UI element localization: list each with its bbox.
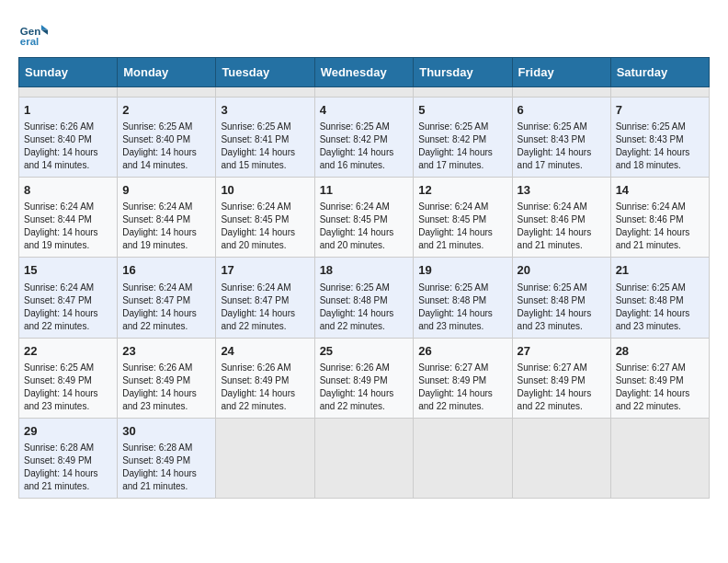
sunrise-text: Sunrise: 6:26 AM: [221, 362, 309, 374]
sunrise-text: Sunrise: 6:27 AM: [616, 362, 704, 374]
calendar-cell: 14Sunrise: 6:24 AMSunset: 8:46 PMDayligh…: [610, 178, 709, 258]
sunrise-text: Sunrise: 6:25 AM: [418, 282, 506, 294]
logo-icon: Gen eral: [18, 18, 48, 48]
day-number: 19: [418, 262, 506, 279]
calendar-cell: 15Sunrise: 6:24 AMSunset: 8:47 PMDayligh…: [19, 258, 118, 338]
calendar-cell: 5Sunrise: 6:25 AMSunset: 8:42 PMDaylight…: [414, 98, 512, 178]
daylight-text: Daylight: 14 hours and 15 minutes.: [221, 146, 309, 172]
sunrise-text: Sunrise: 6:25 AM: [616, 121, 704, 133]
daylight-text: Daylight: 14 hours and 16 minutes.: [320, 146, 409, 172]
sunrise-text: Sunrise: 6:25 AM: [616, 282, 704, 294]
sunset-text: Sunset: 8:45 PM: [221, 213, 309, 226]
daylight-text: Daylight: 14 hours and 22 minutes.: [320, 307, 409, 333]
sunset-text: Sunset: 8:45 PM: [320, 213, 409, 226]
day-number: 21: [616, 262, 704, 279]
day-number: 8: [24, 182, 112, 199]
calendar-cell: 27Sunrise: 6:27 AMSunset: 8:49 PMDayligh…: [512, 338, 610, 418]
sunset-text: Sunset: 8:41 PM: [221, 133, 309, 146]
calendar-cell: 9Sunrise: 6:24 AMSunset: 8:44 PMDaylight…: [118, 178, 216, 258]
daylight-text: Daylight: 14 hours and 14 minutes.: [122, 146, 210, 172]
sunset-text: Sunset: 8:48 PM: [418, 294, 506, 307]
calendar-cell: 4Sunrise: 6:25 AMSunset: 8:42 PMDaylight…: [314, 98, 414, 178]
calendar-cell: 2Sunrise: 6:25 AMSunset: 8:40 PMDaylight…: [118, 98, 216, 178]
sunset-text: Sunset: 8:49 PM: [24, 454, 112, 467]
daylight-text: Daylight: 14 hours and 23 minutes.: [616, 307, 704, 333]
day-number: 29: [24, 423, 112, 440]
daylight-text: Daylight: 14 hours and 22 minutes.: [221, 307, 309, 333]
daylight-text: Daylight: 14 hours and 23 minutes.: [518, 307, 606, 333]
sunset-text: Sunset: 8:47 PM: [24, 294, 112, 307]
daylight-text: Daylight: 14 hours and 22 minutes.: [418, 387, 506, 413]
sunset-text: Sunset: 8:45 PM: [418, 213, 506, 226]
calendar-cell: 29Sunrise: 6:28 AMSunset: 8:49 PMDayligh…: [19, 418, 118, 498]
day-number: 4: [320, 102, 409, 119]
day-number: 6: [518, 102, 606, 119]
sunrise-text: Sunrise: 6:25 AM: [518, 121, 606, 133]
sunset-text: Sunset: 8:42 PM: [320, 133, 409, 146]
day-number: 7: [616, 102, 704, 119]
day-number: 27: [518, 343, 606, 360]
daylight-text: Daylight: 14 hours and 23 minutes.: [24, 387, 112, 413]
sunset-text: Sunset: 8:43 PM: [616, 133, 704, 146]
calendar-week-0: [19, 87, 710, 98]
calendar-cell: [118, 87, 216, 98]
day-number: 20: [518, 262, 606, 279]
day-number: 16: [122, 262, 210, 279]
daylight-text: Daylight: 14 hours and 14 minutes.: [24, 146, 112, 172]
sunset-text: Sunset: 8:49 PM: [221, 374, 309, 387]
calendar-cell: 16Sunrise: 6:24 AMSunset: 8:47 PMDayligh…: [118, 258, 216, 338]
daylight-text: Daylight: 14 hours and 19 minutes.: [122, 226, 210, 252]
header-sunday: Sunday: [19, 58, 118, 87]
calendar-cell: 13Sunrise: 6:24 AMSunset: 8:46 PMDayligh…: [512, 178, 610, 258]
daylight-text: Daylight: 14 hours and 22 minutes.: [122, 307, 210, 333]
daylight-text: Daylight: 14 hours and 22 minutes.: [221, 387, 309, 413]
day-number: 10: [221, 182, 309, 199]
calendar-cell: 10Sunrise: 6:24 AMSunset: 8:45 PMDayligh…: [216, 178, 314, 258]
sunrise-text: Sunrise: 6:24 AM: [221, 282, 309, 294]
sunrise-text: Sunrise: 6:25 AM: [122, 121, 210, 133]
sunrise-text: Sunrise: 6:28 AM: [24, 442, 112, 454]
calendar-header-row: SundayMondayTuesdayWednesdayThursdayFrid…: [19, 58, 710, 87]
calendar-cell: 21Sunrise: 6:25 AMSunset: 8:48 PMDayligh…: [610, 258, 709, 338]
daylight-text: Daylight: 14 hours and 19 minutes.: [24, 226, 112, 252]
sunset-text: Sunset: 8:49 PM: [418, 374, 506, 387]
daylight-text: Daylight: 14 hours and 21 minutes.: [122, 467, 210, 493]
sunrise-text: Sunrise: 6:25 AM: [221, 121, 309, 133]
calendar-cell: [610, 418, 709, 498]
day-number: 13: [518, 182, 606, 199]
sunrise-text: Sunrise: 6:24 AM: [518, 201, 606, 213]
sunrise-text: Sunrise: 6:26 AM: [24, 121, 112, 133]
calendar-table: SundayMondayTuesdayWednesdayThursdayFrid…: [18, 57, 710, 499]
header-tuesday: Tuesday: [216, 58, 314, 87]
header-wednesday: Wednesday: [314, 58, 414, 87]
calendar-cell: [314, 418, 414, 498]
daylight-text: Daylight: 14 hours and 21 minutes.: [418, 226, 506, 252]
day-number: 5: [418, 102, 506, 119]
day-number: 24: [221, 343, 309, 360]
calendar-cell: [216, 87, 314, 98]
day-number: 18: [320, 262, 409, 279]
calendar-week-2: 8Sunrise: 6:24 AMSunset: 8:44 PMDaylight…: [19, 178, 710, 258]
day-number: 9: [122, 182, 210, 199]
day-number: 3: [221, 102, 309, 119]
daylight-text: Daylight: 14 hours and 22 minutes.: [24, 307, 112, 333]
daylight-text: Daylight: 14 hours and 21 minutes.: [616, 226, 704, 252]
sunset-text: Sunset: 8:43 PM: [518, 133, 606, 146]
day-number: 2: [122, 102, 210, 119]
day-number: 1: [24, 102, 112, 119]
sunset-text: Sunset: 8:40 PM: [122, 133, 210, 146]
sunset-text: Sunset: 8:40 PM: [24, 133, 112, 146]
sunset-text: Sunset: 8:48 PM: [518, 294, 606, 307]
sunset-text: Sunset: 8:49 PM: [122, 454, 210, 467]
calendar-cell: 25Sunrise: 6:26 AMSunset: 8:49 PMDayligh…: [314, 338, 414, 418]
sunset-text: Sunset: 8:46 PM: [616, 213, 704, 226]
sunrise-text: Sunrise: 6:24 AM: [24, 201, 112, 213]
calendar-cell: 6Sunrise: 6:25 AMSunset: 8:43 PMDaylight…: [512, 98, 610, 178]
calendar-cell: [512, 418, 610, 498]
sunrise-text: Sunrise: 6:24 AM: [418, 201, 506, 213]
calendar-week-4: 22Sunrise: 6:25 AMSunset: 8:49 PMDayligh…: [19, 338, 710, 418]
calendar-cell: 7Sunrise: 6:25 AMSunset: 8:43 PMDaylight…: [610, 98, 709, 178]
daylight-text: Daylight: 14 hours and 21 minutes.: [518, 226, 606, 252]
calendar-cell: 1Sunrise: 6:26 AMSunset: 8:40 PMDaylight…: [19, 98, 118, 178]
sunset-text: Sunset: 8:47 PM: [221, 294, 309, 307]
